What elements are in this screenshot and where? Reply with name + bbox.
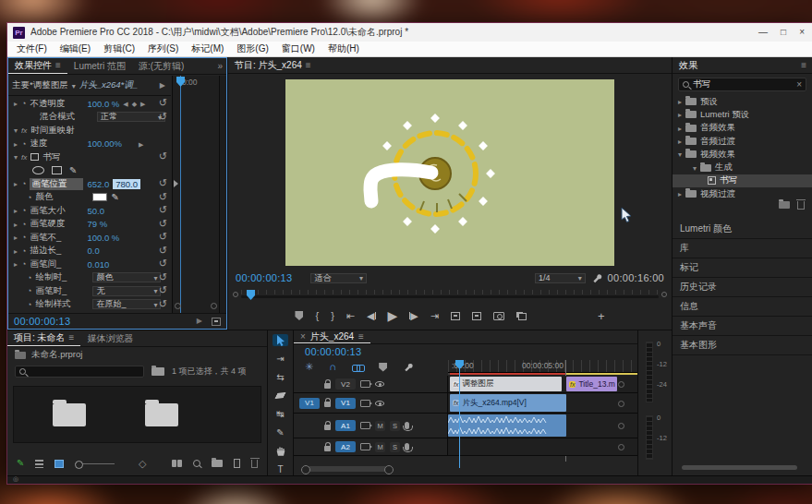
timeline-horizontal-scrollbar[interactable] <box>305 466 390 472</box>
param-row-brush-spacing[interactable]: 画笔间_ 0.010 <box>8 258 171 271</box>
tree-item-presets[interactable]: 预设 <box>673 95 812 108</box>
tab-sequence[interactable]: 片头_x264 <box>294 330 370 343</box>
twirl-icon[interactable] <box>14 259 18 269</box>
sync-lock-icon[interactable] <box>360 380 370 388</box>
timeline-timecode[interactable]: 00:00:00:13 <box>305 346 361 357</box>
minimize-button[interactable]: — <box>758 23 768 42</box>
lock-icon[interactable] <box>324 383 331 389</box>
param-row-brush-time[interactable]: 画笔时_ 无 <box>8 284 171 298</box>
tab-effects[interactable]: 效果 <box>673 57 704 73</box>
new-bin-icon[interactable] <box>212 460 223 467</box>
stopwatch-icon[interactable] <box>27 273 31 282</box>
project-items-grid[interactable] <box>13 386 261 443</box>
close-sequence-icon[interactable] <box>300 332 306 342</box>
speed-value[interactable]: 100.00% <box>87 138 122 149</box>
track-v1[interactable]: V1 V1 fx 片头_x264.mp4[V] <box>294 393 637 414</box>
fit-dropdown[interactable]: 适合 <box>310 273 367 283</box>
param-row-brush-position[interactable]: 画笔位置 652.0 780.0 <box>8 177 171 191</box>
tree-item-audio-effects[interactable]: 音频效果 <box>673 122 812 135</box>
brush-position-y-editing[interactable]: 780.0 <box>113 179 140 189</box>
linked-selection-icon[interactable] <box>352 364 363 371</box>
param-row-stroke-length[interactable]: 描边长_ 0.0 <box>8 245 171 258</box>
snap-icon[interactable] <box>329 362 336 372</box>
tab-essential-sound[interactable]: 基本声音 <box>673 317 812 336</box>
step-back-icon[interactable]: ◀ <box>367 310 375 322</box>
step-forward-icon[interactable]: ▶ <box>409 310 418 322</box>
project-writable-icon[interactable] <box>17 459 24 468</box>
param-row-opacity[interactable]: 不透明度 100.0 % <box>8 97 171 111</box>
effect-row-write-on[interactable]: 书写 <box>8 150 171 164</box>
razor-tool[interactable] <box>273 390 288 402</box>
twirl-open-icon[interactable] <box>678 150 682 159</box>
stopwatch-icon[interactable] <box>21 233 26 242</box>
panel-menu-icon[interactable] <box>801 61 806 70</box>
group-row-time-remapping[interactable]: 时间重映射 <box>8 124 171 138</box>
blend-mode-dropdown[interactable]: 正常 <box>97 112 165 122</box>
scrollbar-handle[interactable] <box>211 303 217 309</box>
twirl-open-icon[interactable] <box>14 126 18 135</box>
brush-opacity-value[interactable]: 100.0 % <box>87 233 119 243</box>
track-scroll-handle[interactable] <box>618 381 624 388</box>
track-scroll-handle[interactable] <box>618 401 624 407</box>
tree-item-lumetri-presets[interactable]: Lumetri 预设 <box>673 108 812 121</box>
panel-menu-icon[interactable] <box>55 61 61 70</box>
stopwatch-icon[interactable] <box>21 179 26 188</box>
twirl-icon[interactable] <box>678 110 682 119</box>
twirl-icon[interactable] <box>678 137 682 146</box>
stopwatch-icon[interactable] <box>21 220 26 229</box>
twirl-icon[interactable] <box>14 99 18 108</box>
tree-item-audio-transitions[interactable]: 音频过渡 <box>673 135 812 148</box>
sync-lock-icon[interactable] <box>360 400 370 407</box>
close-button[interactable]: × <box>799 23 805 42</box>
new-item-icon[interactable] <box>234 459 240 468</box>
play-button-icon[interactable]: ▶ <box>388 308 398 323</box>
menu-graphics[interactable]: 图形(G) <box>236 42 268 55</box>
twirl-icon[interactable] <box>14 233 18 242</box>
color-swatch[interactable] <box>92 193 107 201</box>
brush-size-value[interactable]: 50.0 <box>87 206 104 216</box>
effect-controls-mini-timeline[interactable]: 0:00 <box>172 76 219 313</box>
menu-edit[interactable]: 编辑(E) <box>60 42 91 55</box>
reset-icon[interactable] <box>159 151 167 162</box>
clear-search-icon[interactable] <box>796 80 802 90</box>
tab-project[interactable]: 项目: 未命名 <box>7 330 80 346</box>
play-around-icon[interactable] <box>197 318 202 325</box>
menu-sequence[interactable]: 序列(S) <box>148 42 178 55</box>
program-scrubber[interactable] <box>236 290 664 301</box>
source-patch-empty[interactable] <box>299 420 320 431</box>
playback-resolution-dropdown[interactable]: 1/4 <box>535 273 586 283</box>
mark-in-icon[interactable]: { <box>315 310 319 321</box>
tree-item-write-on[interactable]: 书写 <box>673 174 812 187</box>
master-clip-label[interactable]: 主要*调整图层 <box>12 79 68 91</box>
reset-icon[interactable] <box>159 219 167 229</box>
menu-file[interactable]: 文件(F) <box>17 42 47 55</box>
track-v2-header[interactable]: V2 <box>294 376 448 392</box>
type-tool[interactable]: T <box>273 463 288 475</box>
fx-icon[interactable] <box>21 152 27 162</box>
transform-icon[interactable] <box>30 153 39 161</box>
reset-icon[interactable] <box>159 178 167 188</box>
twirl-icon[interactable] <box>14 139 18 149</box>
solo-button[interactable]: S <box>390 442 400 452</box>
delete-icon[interactable] <box>251 460 258 468</box>
add-marker-icon[interactable] <box>379 363 387 372</box>
tab-lumetri-color[interactable]: Lumetri 颜色 <box>673 220 812 239</box>
automate-to-sequence-icon[interactable] <box>139 459 146 469</box>
voiceover-mic-icon[interactable] <box>405 422 409 429</box>
eyedropper-icon[interactable] <box>111 193 118 202</box>
stopwatch-icon[interactable] <box>21 99 26 108</box>
reset-icon[interactable] <box>159 98 167 108</box>
param-row-speed[interactable]: 速度 100.00% <box>8 138 171 151</box>
pen-mask-icon[interactable] <box>69 166 77 175</box>
lift-icon[interactable] <box>451 312 460 320</box>
next-keyframe-icon[interactable] <box>140 99 145 108</box>
program-playhead-grip[interactable] <box>247 290 255 300</box>
track-output-eye-icon[interactable] <box>375 381 384 387</box>
new-bin-icon[interactable] <box>779 201 790 209</box>
tab-markers[interactable]: 标记 <box>673 258 812 278</box>
track-a2-header[interactable]: A2 M S <box>294 438 448 455</box>
param-row-paint-style[interactable]: 绘制样式 在原始_ <box>8 298 171 312</box>
tab-libraries[interactable]: 库 <box>673 239 812 258</box>
track-select-forward-tool[interactable]: ⇥ <box>273 353 288 365</box>
twirl-open-icon[interactable] <box>14 152 18 162</box>
